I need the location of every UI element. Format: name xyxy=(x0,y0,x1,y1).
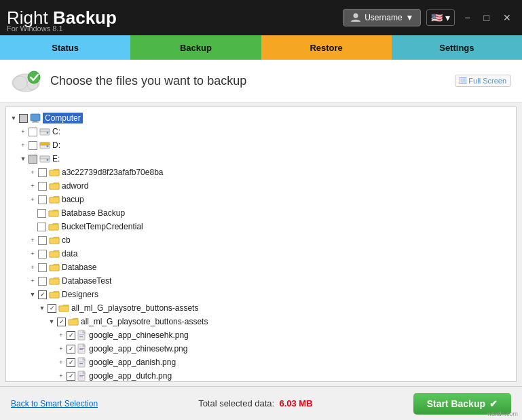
checkbox-hash[interactable] xyxy=(38,168,47,177)
file-icon-chinese-tw xyxy=(77,343,87,354)
expand-chinese-hk[interactable]: + xyxy=(56,330,66,340)
checkbox-c[interactable] xyxy=(29,128,37,136)
checkbox-bucket[interactable] xyxy=(37,223,46,231)
tree-inner: ▼ Computer + C: + xyxy=(6,107,516,382)
expand-computer[interactable]: ▼ xyxy=(9,113,18,123)
checkbox-data[interactable] xyxy=(38,250,47,259)
svg-rect-25 xyxy=(79,348,84,349)
expand-designers[interactable]: ▼ xyxy=(28,290,37,299)
expand-adword[interactable]: + xyxy=(28,181,37,191)
tab-status[interactable]: Status xyxy=(0,35,130,60)
expand-e[interactable]: ▼ xyxy=(18,154,28,164)
checkbox-all-ml-2[interactable] xyxy=(57,318,66,326)
checkbox-database[interactable] xyxy=(38,263,47,272)
node-label-computer: Computer xyxy=(43,113,83,123)
expand-d[interactable]: + xyxy=(18,140,28,150)
svg-rect-22 xyxy=(79,336,83,337)
watermark: wsxdn.com xyxy=(487,411,518,417)
cloud-icon xyxy=(11,68,42,94)
tree-node-dutch[interactable]: + google_app_dutch.png xyxy=(9,369,513,382)
checkbox-databasetest[interactable] xyxy=(38,277,47,286)
total-size-value: 6.03 MB xyxy=(279,398,312,408)
minimize-button[interactable]: − xyxy=(460,11,474,24)
expand-dutch[interactable]: + xyxy=(56,371,66,381)
folder-icon-hash xyxy=(49,168,60,177)
expand-c[interactable]: + xyxy=(18,127,28,136)
expand-database[interactable]: + xyxy=(28,263,37,272)
node-label-danish: google_app_danish.png xyxy=(89,358,176,367)
folder-icon-bacup xyxy=(49,195,60,204)
tree-node-batabase[interactable]: Batabase Backup xyxy=(9,206,513,220)
node-label-bacup: bacup xyxy=(62,195,84,204)
tree-node-e[interactable]: ▼ E: xyxy=(9,152,513,166)
expand-cb[interactable]: + xyxy=(28,235,37,245)
checkbox-cb[interactable] xyxy=(38,236,47,245)
checkbox-chinese-tw[interactable] xyxy=(67,345,75,354)
tree-node-chinese-tw[interactable]: + google_app_chinesetw.png xyxy=(9,342,513,356)
tree-node-hash[interactable]: + a3c22739d8f23afafb70e8ba xyxy=(9,166,513,179)
user-button[interactable]: Username ▼ xyxy=(343,9,421,26)
node-label-hash: a3c22739d8f23afafb70e8ba xyxy=(62,168,163,177)
tree-node-c[interactable]: + C: xyxy=(9,125,513,138)
tree-node-databasetest[interactable]: + DatabaseTest xyxy=(9,274,513,288)
tree-node-all-ml-2[interactable]: ▼ all_ml_G_playsotre_buttons-assets xyxy=(9,315,513,328)
expand-chinese-tw[interactable]: + xyxy=(56,344,66,354)
tree-node-bacup[interactable]: + bacup xyxy=(9,193,513,206)
node-label-batabase: Batabase Backup xyxy=(61,208,125,218)
svg-rect-17 xyxy=(40,156,50,159)
svg-rect-29 xyxy=(79,362,84,362)
folder-icon-data xyxy=(49,250,60,259)
tree-node-cb[interactable]: + cb xyxy=(9,233,513,247)
node-label-c: C: xyxy=(52,127,60,136)
checkbox-batabase[interactable] xyxy=(37,209,46,218)
expand-all-ml-2[interactable]: ▼ xyxy=(47,317,56,326)
checkbox-d[interactable] xyxy=(29,141,37,150)
nav-bar: Status Backup Restore Settings xyxy=(0,35,522,60)
svg-rect-26 xyxy=(79,349,83,350)
expand-data[interactable]: + xyxy=(28,249,37,259)
tree-node-all-ml-1[interactable]: ▼ all_ml_G_playsotre_buttons-assets xyxy=(9,301,513,315)
node-label-all-ml-2: all_ml_G_playsotre_buttons-assets xyxy=(81,317,208,326)
username-label: Username xyxy=(365,13,402,22)
expand-hash[interactable]: + xyxy=(28,168,37,177)
expand-databasetest[interactable]: + xyxy=(28,276,37,286)
checkbox-all-ml-1[interactable] xyxy=(48,304,56,313)
checkbox-adword[interactable] xyxy=(38,182,47,191)
checkbox-e[interactable] xyxy=(29,155,37,164)
folder-icon-adword xyxy=(49,182,60,191)
checkbox-chinese-hk[interactable] xyxy=(67,331,75,340)
tree-node-data[interactable]: + data xyxy=(9,247,513,261)
drive-e-icon xyxy=(39,154,50,164)
tree-node-d[interactable]: + D: xyxy=(9,138,513,152)
folder-icon-designers xyxy=(49,290,60,299)
node-label-designers: Designers xyxy=(62,290,98,299)
tree-node-chinese-hk[interactable]: + google_app_chinesehk.png xyxy=(9,328,513,342)
tree-node-adword[interactable]: + adword xyxy=(9,179,513,193)
tree-node-computer[interactable]: ▼ Computer xyxy=(9,111,513,125)
maximize-button[interactable]: □ xyxy=(480,11,493,24)
checkbox-designers[interactable] xyxy=(38,290,47,299)
checkbox-dutch[interactable] xyxy=(67,372,75,381)
tree-node-designers[interactable]: ▼ Designers xyxy=(9,288,513,301)
checkbox-computer[interactable] xyxy=(19,114,28,123)
tree-node-danish[interactable]: + google_app_danish.png xyxy=(9,356,513,369)
expand-bacup[interactable]: + xyxy=(28,195,37,204)
node-label-data: data xyxy=(62,249,77,259)
expand-danish[interactable]: + xyxy=(56,358,66,367)
close-button[interactable]: ✕ xyxy=(499,11,515,24)
node-label-databasetest: DatabaseTest xyxy=(62,276,111,286)
fullscreen-button[interactable]: Full Screen xyxy=(455,75,511,87)
tab-restore[interactable]: Restore xyxy=(261,35,392,60)
file-tree[interactable]: ▼ Computer + C: + xyxy=(5,107,517,382)
checkbox-bacup[interactable] xyxy=(38,195,47,204)
svg-rect-34 xyxy=(79,377,83,377)
tree-node-database[interactable]: + Database xyxy=(9,261,513,274)
back-to-smart-selection-link[interactable]: Back to Smart Selection xyxy=(11,399,98,408)
tree-node-bucket[interactable]: BucketTempCredential xyxy=(9,220,513,233)
node-label-all-ml-1: all_ml_G_playsotre_buttons-assets xyxy=(71,303,198,313)
checkbox-danish[interactable] xyxy=(67,358,75,367)
tab-backup[interactable]: Backup xyxy=(130,35,261,60)
tab-settings[interactable]: Settings xyxy=(392,35,522,60)
flag-button[interactable]: 🇺🇸 ▾ xyxy=(426,9,455,26)
expand-all-ml-1[interactable]: ▼ xyxy=(37,303,47,313)
